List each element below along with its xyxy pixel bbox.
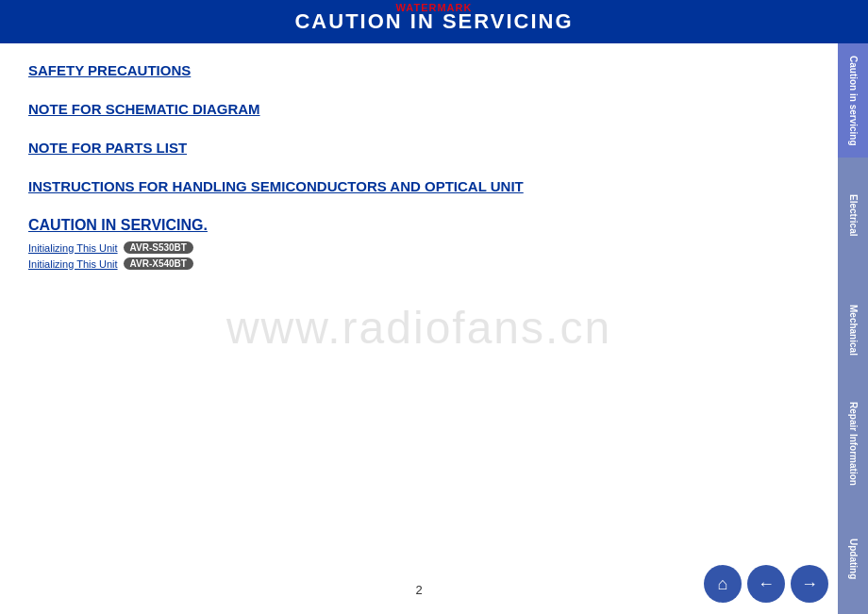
- right-sidebar: Caution in servicing Electrical Mechanic…: [838, 43, 868, 614]
- sidebar-tab-mechanical[interactable]: Mechanical: [838, 273, 868, 387]
- watermark-text: www.radiofans.cn: [226, 301, 611, 353]
- nav-link-semiconductors[interactable]: INSTRUCTIONS FOR HANDLING SEMICONDUCTORS…: [28, 178, 810, 194]
- header-watermark: WATERMARK: [396, 2, 473, 13]
- sidebar-tab-label-electrical: Electrical: [848, 194, 859, 236]
- model-badge-0: AVR-S530BT: [124, 241, 193, 254]
- sidebar-tab-electrical[interactable]: Electrical: [838, 158, 868, 272]
- sidebar-tab-caution[interactable]: Caution in servicing: [838, 43, 868, 158]
- init-row-0: Initializing This Unit AVR-S530BT: [28, 241, 810, 254]
- sidebar-tab-label-caution: Caution in servicing: [848, 56, 859, 146]
- nav-link-parts[interactable]: NOTE FOR PARTS LIST: [28, 140, 810, 156]
- page-header: WATERMARK CAUTION IN SERVICING: [0, 0, 868, 43]
- sidebar-tab-label-mechanical: Mechanical: [848, 305, 859, 356]
- nav-link-schematic[interactable]: NOTE FOR SCHEMATIC DIAGRAM: [28, 101, 810, 117]
- bottom-nav: ⌂ ← →: [704, 565, 828, 603]
- nav-link-safety[interactable]: SAFETY PRECAUTIONS: [28, 62, 810, 78]
- sidebar-tab-label-updating: Updating: [848, 539, 859, 579]
- init-label-0[interactable]: Initializing This Unit: [28, 242, 118, 254]
- main-layout: www.radiofans.cn SAFETY PRECAUTIONS NOTE…: [0, 43, 868, 614]
- init-label-1[interactable]: Initializing This Unit: [28, 258, 118, 270]
- sidebar-tab-label-repair: Repair Information: [848, 402, 859, 486]
- forward-icon: →: [801, 574, 818, 594]
- caution-section: CAUTION IN SERVICING. Initializing This …: [28, 217, 810, 270]
- caution-title: CAUTION IN SERVICING.: [28, 217, 810, 234]
- sidebar-tab-updating[interactable]: Updating: [838, 502, 868, 614]
- model-badge-1: AVR-X540BT: [124, 257, 193, 270]
- init-row-1: Initializing This Unit AVR-X540BT: [28, 257, 810, 270]
- home-button[interactable]: ⌂: [704, 565, 742, 603]
- page-number: 2: [415, 583, 422, 597]
- page-body: www.radiofans.cn SAFETY PRECAUTIONS NOTE…: [0, 43, 838, 614]
- home-icon: ⌂: [718, 574, 728, 594]
- back-button[interactable]: ←: [747, 565, 785, 603]
- back-icon: ←: [758, 574, 775, 594]
- forward-button[interactable]: →: [791, 565, 828, 603]
- sidebar-tab-repair[interactable]: Repair Information: [838, 387, 868, 501]
